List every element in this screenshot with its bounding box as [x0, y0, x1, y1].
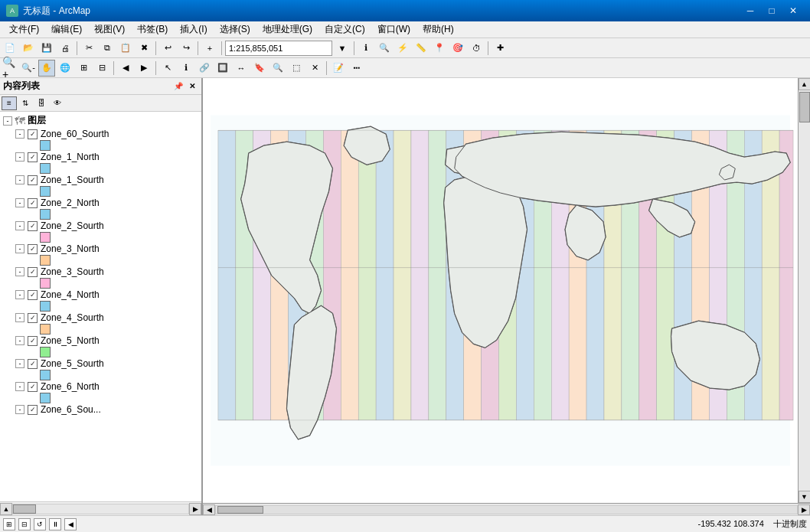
h-scroll-thumb[interactable] — [217, 506, 263, 514]
menu-windows[interactable]: 窗口(W) — [371, 21, 416, 38]
zoom-out-button[interactable]: 🔍- — [20, 60, 37, 77]
list-item[interactable]: - ✓ Zone_4_North — [0, 289, 201, 301]
extent1-button[interactable]: ⊞ — [75, 60, 92, 77]
layer-expand-3[interactable]: - — [15, 198, 24, 207]
scroll-up-arrow[interactable]: ▲ — [799, 78, 811, 90]
hyperlink-btn[interactable]: 🔗 — [196, 60, 213, 77]
gotoXY-button[interactable]: 🎯 — [449, 40, 466, 57]
menu-geoprocessing[interactable]: 地理处理(G) — [256, 21, 318, 38]
menu-file[interactable]: 文件(F) — [3, 21, 45, 38]
toc-source-btn[interactable]: 🗄 — [34, 96, 49, 110]
layer-expand-1[interactable]: - — [15, 152, 24, 162]
info-btn[interactable]: ℹ — [178, 60, 194, 77]
root-group-row[interactable]: - 🗺 图层 — [0, 113, 201, 128]
toc-pin-button[interactable]: 📌 — [172, 80, 185, 93]
layer-checkbox-4[interactable]: ✓ — [28, 221, 38, 231]
list-item[interactable]: - ✓ Zone_6_North — [0, 380, 201, 393]
measure-button[interactable]: 📏 — [413, 40, 429, 57]
layer-checkbox-3[interactable]: ✓ — [28, 198, 38, 208]
scroll-thumb[interactable] — [799, 92, 810, 122]
navigate-button[interactable]: + — [201, 40, 218, 57]
toc-visibility-btn[interactable]: 👁 — [50, 96, 65, 110]
status-arrow-button[interactable]: ◀ — [64, 518, 77, 530]
cut-button[interactable]: ✂ — [80, 40, 97, 57]
layer-checkbox-1[interactable]: ✓ — [28, 152, 38, 162]
list-item[interactable]: - ✓ Zone_2_North — [0, 197, 201, 209]
extent2-button[interactable]: ⊟ — [93, 60, 110, 77]
toc-scroll-thumb[interactable] — [13, 504, 36, 514]
status-button-2[interactable]: ⊟ — [18, 518, 31, 530]
more-btn[interactable]: ▪▪▪ — [348, 60, 365, 77]
clear-sel-btn[interactable]: ✕ — [306, 60, 323, 77]
menu-selection[interactable]: 选择(S) — [214, 21, 256, 38]
toc-content[interactable]: - 🗺 图层 - ✓ Zone_60_Sourth - ✓ Zone — [0, 112, 201, 501]
select-feat-btn[interactable]: ⬚ — [288, 60, 305, 77]
list-item[interactable]: - ✓ Zone_6_Sou... — [0, 403, 201, 416]
layer-checkbox-10[interactable]: ✓ — [28, 359, 38, 369]
scale-input[interactable] — [225, 41, 332, 56]
list-item[interactable]: - ✓ Zone_1_North — [0, 151, 201, 163]
forward-button[interactable]: ▶ — [136, 60, 152, 77]
new-button[interactable]: 📄 — [2, 40, 18, 57]
menu-help[interactable]: 帮助(H) — [416, 21, 460, 38]
scroll-right-arrow[interactable]: ▶ — [798, 504, 810, 515]
find-button[interactable]: 🔍 — [376, 40, 393, 57]
scroll-left-arrow[interactable]: ◀ — [203, 504, 215, 515]
layer-expand-4[interactable]: - — [15, 221, 24, 230]
layer-expand-10[interactable]: - — [15, 359, 24, 368]
copy-button[interactable]: ⧉ — [99, 40, 116, 57]
layer-checkbox-6[interactable]: ✓ — [28, 267, 38, 277]
menu-edit[interactable]: 编辑(E) — [45, 21, 88, 38]
delete-button[interactable]: ✖ — [136, 40, 152, 57]
add-data[interactable]: ✚ — [492, 40, 508, 57]
layer-expand-12[interactable]: - — [15, 405, 24, 414]
toc-scroll-up[interactable]: ▲ — [0, 503, 12, 515]
layer-checkbox-11[interactable]: ✓ — [28, 382, 38, 392]
identify-features-btn[interactable]: 🔲 — [214, 60, 231, 77]
layer-expand-7[interactable]: - — [15, 290, 24, 299]
open-button[interactable]: 📂 — [20, 40, 37, 57]
toc-drawing-order-btn[interactable]: ⇅ — [18, 96, 33, 110]
geocode-button[interactable]: 📍 — [431, 40, 448, 57]
layer-expand-9[interactable]: - — [15, 336, 24, 345]
list-item[interactable]: - ✓ Zone_2_Sourth — [0, 220, 201, 232]
root-expand-btn[interactable]: - — [3, 116, 12, 126]
layer-expand-0[interactable]: - — [15, 129, 24, 139]
toc-list-view-btn[interactable]: ≡ — [2, 96, 17, 110]
search-btn2[interactable]: 🔍 — [269, 60, 286, 77]
zoom-in-button[interactable]: 🔍+ — [2, 60, 18, 77]
undo-button[interactable]: ↩ — [159, 40, 176, 57]
flash-button[interactable]: ⚡ — [394, 40, 411, 57]
menu-view[interactable]: 视图(V) — [88, 21, 131, 38]
scroll-down-arrow[interactable]: ▼ — [799, 491, 811, 503]
layer-checkbox-0[interactable]: ✓ — [28, 129, 38, 139]
layer-checkbox-7[interactable]: ✓ — [28, 290, 38, 300]
redo-button[interactable]: ↪ — [178, 40, 194, 57]
menu-customize[interactable]: 自定义(C) — [318, 21, 371, 38]
layer-expand-5[interactable]: - — [15, 244, 24, 253]
bookmarks-btn[interactable]: 🔖 — [251, 60, 268, 77]
list-item[interactable]: - ✓ Zone_5_Sourth — [0, 357, 201, 370]
select-btn[interactable]: ↖ — [159, 60, 176, 77]
layer-expand-8[interactable]: - — [15, 313, 24, 322]
list-item[interactable]: - ✓ Zone_5_North — [0, 335, 201, 347]
list-item[interactable]: - ✓ Zone_1_Sourth — [0, 174, 201, 186]
globe-button[interactable]: 🌐 — [57, 60, 73, 77]
scale-dropdown[interactable]: ▼ — [334, 40, 351, 57]
back-button[interactable]: ◀ — [117, 60, 134, 77]
map-view[interactable] — [203, 78, 798, 503]
layer-checkbox-5[interactable]: ✓ — [28, 244, 38, 254]
toc-close-button[interactable]: ✕ — [186, 80, 198, 93]
list-item[interactable]: - ✓ Zone_60_Sourth — [0, 128, 201, 140]
status-refresh-button[interactable]: ↺ — [34, 518, 46, 530]
layer-expand-11[interactable]: - — [15, 382, 24, 391]
layer-expand-2[interactable]: - — [15, 175, 24, 184]
time-slider[interactable]: ⏱ — [468, 40, 485, 57]
maximize-button[interactable]: □ — [761, 0, 782, 21]
layer-checkbox-12[interactable]: ✓ — [28, 405, 38, 415]
status-pause-button[interactable]: ⏸ — [49, 518, 61, 530]
paste-button[interactable]: 📋 — [117, 40, 134, 57]
close-button[interactable]: ✕ — [782, 0, 804, 21]
list-item[interactable]: - ✓ Zone_4_Sourth — [0, 312, 201, 324]
menu-insert[interactable]: 插入(I) — [174, 21, 213, 38]
